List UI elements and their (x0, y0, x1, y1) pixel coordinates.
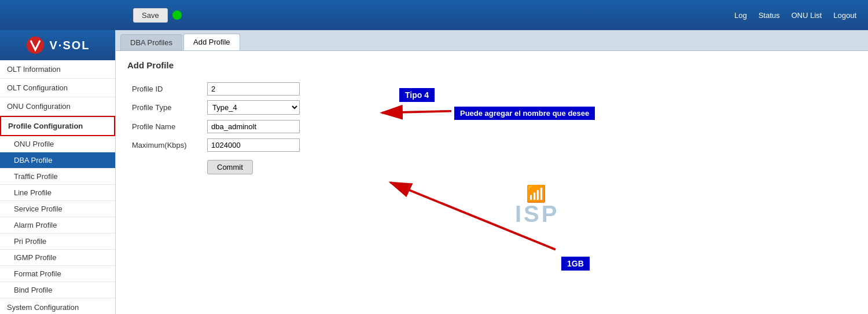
commit-empty (127, 154, 203, 177)
profile-type-label: Profile Type (127, 98, 203, 117)
profile-id-input[interactable] (207, 82, 300, 96)
commit-button[interactable]: Commit (207, 160, 253, 174)
save-button[interactable]: Save (133, 8, 168, 23)
log-link[interactable]: Log (734, 11, 747, 20)
sidebar-item-traffic-profile[interactable]: Traffic Profile (0, 169, 115, 185)
sidebar-item-igmp-profile[interactable]: IGMP Profile (0, 250, 115, 266)
sidebar-item-onu-configuration[interactable]: ONU Configuration (0, 97, 115, 116)
profile-type-cell: Type_1 Type_2 Type_3 Type_4 Type_5 (203, 98, 304, 117)
layout: V·SOL OLT Information OLT Configuration … (0, 30, 868, 314)
logo-text: V·SOL (49, 39, 90, 52)
maximum-cell (203, 136, 304, 154)
commit-row: Commit (127, 154, 304, 177)
tabs-bar: DBA Profiles Add Profile (116, 30, 868, 51)
profile-id-cell (203, 79, 304, 98)
header-nav: Log Status ONU List Logout (734, 11, 856, 20)
sidebar-item-system-configuration[interactable]: System Configuration (0, 298, 115, 314)
profile-name-cell (203, 117, 304, 136)
sidebar: V·SOL OLT Information OLT Configuration … (0, 30, 116, 314)
sidebar-item-line-profile[interactable]: Line Profile (0, 185, 115, 201)
sidebar-item-olt-information[interactable]: OLT Information (0, 60, 115, 79)
svg-line-2 (382, 111, 451, 113)
wifi-icon: 📶 (526, 184, 549, 203)
header-save-area: Save (133, 8, 182, 23)
onu-list-link[interactable]: ONU List (792, 11, 822, 20)
sidebar-item-bind-profile[interactable]: Bind Profile (0, 282, 115, 298)
sidebar-item-format-profile[interactable]: Format Profile (0, 266, 115, 282)
logout-link[interactable]: Logout (833, 11, 856, 20)
profile-type-select[interactable]: Type_1 Type_2 Type_3 Type_4 Type_5 (207, 100, 300, 115)
tab-add-profile[interactable]: Add Profile (183, 34, 240, 50)
profile-type-row: Profile Type Type_1 Type_2 Type_3 Type_4… (127, 98, 304, 117)
sidebar-item-onu-profile[interactable]: ONU Profile (0, 136, 115, 152)
profile-id-label: Profile ID (127, 79, 203, 98)
status-indicator (172, 10, 182, 20)
header: Save Log Status ONU List Logout (0, 0, 868, 30)
annotation-1gb: 1GB (561, 257, 590, 271)
svg-line-3 (391, 182, 556, 250)
isp-text: ISP (515, 201, 559, 227)
annotation-nombre: Puede agregar el nombre que desee (454, 107, 595, 120)
sidebar-item-alarm-profile[interactable]: Alarm Profile (0, 217, 115, 233)
logo-area: V·SOL (0, 30, 115, 60)
commit-cell: Commit (203, 154, 304, 177)
main-content: DBA Profiles Add Profile Add Profile Pro… (116, 30, 868, 314)
isp-watermark: 📶 ISP (515, 184, 559, 227)
annotation-tipo4: Tipo 4 (399, 88, 435, 102)
maximum-row: Maximum(Kbps) (127, 136, 304, 154)
vsol-logo-icon (25, 35, 46, 56)
profile-name-row: Profile Name (127, 117, 304, 136)
sidebar-item-profile-configuration[interactable]: Profile Configuration (0, 116, 115, 136)
maximum-input[interactable] (207, 138, 300, 152)
profile-id-row: Profile ID (127, 79, 304, 98)
page-title: Add Profile (127, 60, 856, 70)
sidebar-item-olt-configuration[interactable]: OLT Configuration (0, 79, 115, 97)
tab-dba-profiles[interactable]: DBA Profiles (120, 34, 182, 50)
status-link[interactable]: Status (759, 11, 780, 20)
sidebar-item-service-profile[interactable]: Service Profile (0, 201, 115, 217)
profile-name-label: Profile Name (127, 117, 203, 136)
sidebar-item-dba-profile[interactable]: DBA Profile (0, 152, 115, 169)
content-area: Add Profile Profile ID Profile Type Type… (116, 51, 868, 314)
sidebar-item-pri-profile[interactable]: Pri Profile (0, 233, 115, 250)
profile-name-input[interactable] (207, 120, 300, 133)
maximum-label: Maximum(Kbps) (127, 136, 203, 154)
form-table: Profile ID Profile Type Type_1 Type_2 Ty… (127, 79, 304, 177)
